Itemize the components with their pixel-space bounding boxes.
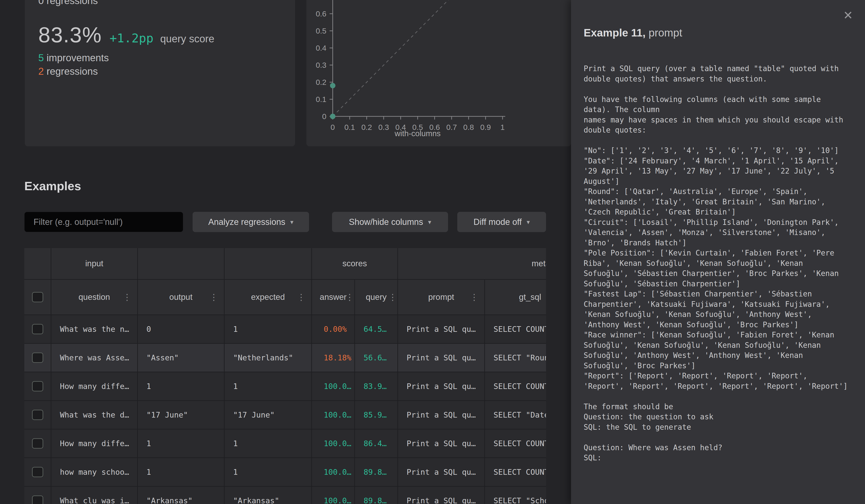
panel-title-field: prompt: [646, 27, 682, 39]
expected-cell: 1: [224, 325, 238, 333]
chevron-down-icon: ▾: [527, 218, 530, 226]
analyze-regressions-button[interactable]: Analyze regressions ▾: [193, 212, 309, 232]
output-cell: 0: [138, 325, 151, 333]
previous-metric-regressions: 0 regressions: [38, 0, 98, 6]
gt-sql-cell: SELECT COUNT: [485, 382, 546, 391]
output-cell: "Arkansas": [138, 496, 193, 504]
svg-text:0.1: 0.1: [316, 95, 326, 104]
svg-text:0: 0: [322, 112, 326, 121]
examples-heading: Examples: [24, 179, 81, 193]
gt-sql-cell: SELECT COUNT: [485, 468, 546, 477]
query-score-delta: +1.2pp: [109, 31, 153, 45]
group-header-input: input: [51, 248, 138, 279]
question-cell: What clu was i…: [51, 496, 129, 504]
question-header-label: question: [79, 292, 110, 302]
row-checkbox[interactable]: [32, 410, 43, 420]
output-cell: 1: [138, 439, 151, 448]
select-all-checkbox[interactable]: [32, 292, 43, 302]
expected-cell: "Arkansas": [224, 496, 279, 504]
row-checkbox[interactable]: [32, 324, 43, 334]
row-checkbox[interactable]: [32, 495, 43, 504]
answer-score-cell: 100.0…: [312, 496, 351, 504]
table-row[interactable]: What clu was i… "Arkansas" "Arkansas" 10…: [24, 487, 546, 504]
chevron-down-icon: ▾: [428, 218, 431, 226]
query-score-cell: 85.9…: [355, 410, 387, 419]
gt-sql-cell: SELECT "Scho: [485, 496, 546, 504]
query-score-value: 83.3%: [38, 23, 102, 47]
show-hide-columns-label: Show/hide columns: [349, 217, 423, 227]
kebab-menu-icon[interactable]: ⋮: [123, 292, 131, 302]
row-checkbox[interactable]: [32, 352, 43, 363]
query-score-cell: 64.5…: [355, 325, 387, 333]
table-row[interactable]: how many schoo… 1 1 100.0… 89.8… Print a…: [24, 458, 546, 487]
column-group-header-row: input scores metadata: [24, 248, 546, 280]
group-header-scores: scores: [312, 248, 398, 279]
svg-text:0.3: 0.3: [316, 61, 326, 69]
question-cell: how many schoo…: [51, 468, 129, 477]
svg-text:0.1: 0.1: [344, 123, 355, 131]
svg-text:0.3: 0.3: [378, 123, 389, 131]
table-row[interactable]: How many diffe… 1 1 100.0… 83.9… Print a…: [24, 372, 546, 401]
svg-text:0.8: 0.8: [463, 123, 474, 131]
answer-score-cell: 0.00%: [312, 325, 347, 333]
expected-cell: "Netherlands": [224, 353, 293, 362]
column-header-answer[interactable]: answer ⋮: [312, 280, 355, 315]
kebab-menu-icon[interactable]: ⋮: [388, 292, 397, 302]
row-checkbox[interactable]: [32, 438, 43, 449]
output-header-label: output: [170, 292, 193, 302]
column-header-expected[interactable]: expected ⋮: [224, 280, 312, 315]
gt-sql-cell: SELECT "Date: [485, 410, 546, 419]
improvements-label: improvements: [47, 52, 109, 63]
column-header-prompt[interactable]: prompt ⋮: [398, 280, 485, 315]
row-checkbox[interactable]: [32, 467, 43, 477]
show-hide-columns-button[interactable]: Show/hide columns ▾: [332, 212, 448, 232]
column-header-output[interactable]: output ⋮: [138, 280, 224, 315]
score-scatter-card: 00.10.20.30.40.50.60.70.80.9100.10.20.30…: [306, 0, 571, 146]
kebab-menu-icon[interactable]: ⋮: [297, 292, 305, 302]
regressions-count: 2: [38, 66, 44, 77]
summary-stats-card: 0 regressions 83.3%+1.2ppquery score 5 i…: [25, 0, 295, 146]
table-row-selected[interactable]: Where was Asse… "Assen" "Netherlands" 18…: [24, 344, 546, 372]
output-cell: 1: [138, 468, 151, 477]
analyze-regressions-label: Analyze regressions: [208, 217, 285, 227]
group-cell-empty: [138, 248, 224, 279]
expected-cell: 1: [224, 468, 238, 477]
gt-sql-cell: SELECT COUNT: [485, 439, 546, 448]
answer-score-cell: 100.0…: [312, 439, 351, 448]
gt-sql-cell: SELECT COUNT: [485, 325, 546, 333]
query-score-cell: 89.8…: [355, 468, 387, 477]
chevron-down-icon: ▾: [290, 218, 293, 226]
expected-cell: 1: [224, 382, 238, 391]
close-icon[interactable]: ✕: [843, 10, 853, 21]
improvements-count: 5: [38, 52, 44, 63]
svg-text:with-columns: with-columns: [394, 129, 441, 138]
kebab-menu-icon[interactable]: ⋮: [209, 292, 218, 302]
scatter-plot: 00.10.20.30.40.50.60.70.80.9100.10.20.30…: [306, 0, 571, 146]
diff-mode-button[interactable]: Diff mode off ▾: [457, 212, 546, 232]
improvements-line: 5 improvements: [38, 52, 109, 63]
column-header-question[interactable]: question ⋮: [51, 280, 138, 315]
column-header-query[interactable]: query ⋮: [355, 280, 398, 315]
svg-text:0.4: 0.4: [316, 44, 326, 52]
diff-mode-label: Diff mode off: [473, 217, 522, 227]
table-row[interactable]: What was the d… "17 June" "17 June" 100.…: [24, 401, 546, 430]
table-row[interactable]: How many diffe… 1 1 100.0… 86.4… Print a…: [24, 430, 546, 458]
svg-text:0.7: 0.7: [316, 0, 326, 1]
panel-title-example: Example 11,: [584, 27, 646, 39]
kebab-menu-icon[interactable]: ⋮: [470, 292, 478, 302]
row-checkbox[interactable]: [32, 381, 43, 391]
column-header-gt-sql[interactable]: gt_sql: [485, 280, 546, 315]
prompt-cell: Print a SQL qu…: [398, 496, 476, 504]
group-label-metadata: metadata: [532, 259, 546, 268]
table-row[interactable]: What was the n… 0 1 0.00% 64.5… Print a …: [24, 315, 546, 344]
svg-text:0.7: 0.7: [446, 123, 457, 131]
eval-dashboard: 0 regressions 83.3%+1.2ppquery score 5 i…: [0, 0, 865, 504]
question-cell: What was the d…: [51, 410, 129, 419]
prompt-cell: Print a SQL qu…: [398, 382, 476, 391]
regressions-label: regressions: [47, 66, 98, 77]
filter-input[interactable]: [24, 212, 183, 232]
query-score-line: 83.3%+1.2ppquery score: [38, 23, 215, 47]
query-score-cell: 56.6…: [355, 353, 387, 362]
kebab-menu-icon[interactable]: ⋮: [345, 292, 354, 302]
question-cell: How many diffe…: [51, 439, 129, 448]
